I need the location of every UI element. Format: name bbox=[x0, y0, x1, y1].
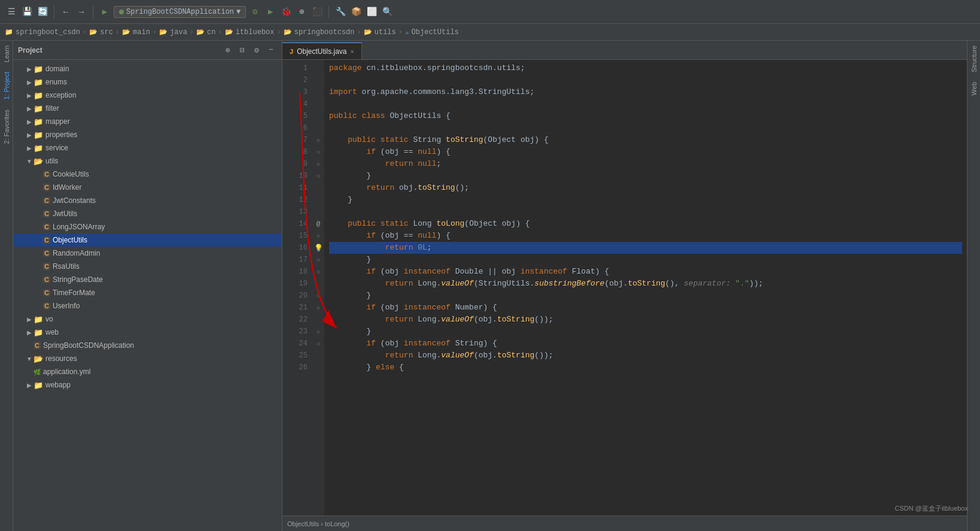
tree-arrow-icon: ▼ bbox=[25, 158, 34, 165]
close-panel-icon[interactable]: − bbox=[265, 44, 277, 56]
menu-icon[interactable]: ☰ bbox=[5, 5, 18, 19]
tree-item-jwtconstants[interactable]: CJwtConstants bbox=[13, 194, 282, 207]
java-icon: 📂 bbox=[159, 28, 168, 36]
tree-item-label: IdWorker bbox=[53, 183, 81, 192]
window-icon[interactable]: ⬜ bbox=[365, 5, 378, 19]
code-token bbox=[409, 134, 413, 146]
code-token bbox=[329, 242, 385, 254]
save-icon[interactable]: 💾 bbox=[20, 5, 34, 19]
tree-item-web[interactable]: ▶📁web bbox=[13, 326, 282, 339]
add-icon[interactable]: ⊕ bbox=[222, 44, 234, 56]
breadcrumb: 📁 springboot_csdn › 📂 src › 📂 main › 📂 j… bbox=[0, 24, 980, 41]
code-token: ( bbox=[474, 278, 479, 290]
tree-item-idworker[interactable]: CIdWorker bbox=[13, 181, 282, 194]
stop-icon[interactable]: ⬛ bbox=[311, 5, 324, 19]
tree-item-service[interactable]: ▶📁service bbox=[13, 141, 282, 154]
code-token: (obj. bbox=[474, 350, 497, 362]
code-editor[interactable]: 1234567891011121314151617181920212223242… bbox=[282, 60, 967, 515]
tree-item-filter[interactable]: ▶📁filter bbox=[13, 102, 282, 115]
tree-item-exception[interactable]: ▶📁exception bbox=[13, 89, 282, 102]
search-icon[interactable]: 🔍 bbox=[381, 5, 394, 19]
code-area[interactable]: package cn.itbluebox.springbootcsdn.util… bbox=[324, 60, 967, 515]
tree-item-cookieutils[interactable]: CCookieUtils bbox=[13, 168, 282, 181]
tree-item-label: LongJSONArray bbox=[53, 223, 105, 231]
code-token: ObjectUtils bbox=[389, 110, 441, 122]
bc-main[interactable]: main bbox=[133, 28, 150, 37]
settings-icon[interactable]: 🔧 bbox=[334, 5, 347, 19]
bc-springbootcsdn[interactable]: springbootcsdn bbox=[294, 28, 355, 37]
java-class-icon: C bbox=[43, 302, 50, 310]
objectutils-tab[interactable]: J ObjectUtils.java × bbox=[282, 43, 362, 59]
rerun-icon[interactable]: ▶ bbox=[98, 5, 111, 19]
line-number: 3 bbox=[282, 86, 308, 98]
sdk-icon[interactable]: 📦 bbox=[349, 5, 363, 19]
bc-project[interactable]: springboot_csdn bbox=[16, 28, 80, 37]
tree-item-objectutils[interactable]: CObjectUtils bbox=[13, 233, 282, 247]
bc-java[interactable]: java bbox=[170, 28, 187, 37]
code-token: import bbox=[329, 86, 357, 98]
bc-objectutils[interactable]: ObjectUtils bbox=[412, 28, 459, 37]
tree-item-randomadmin[interactable]: CRandomAdmin bbox=[13, 247, 282, 260]
sep: › bbox=[277, 28, 281, 37]
bc-utils[interactable]: utils bbox=[375, 28, 396, 37]
tree-item-longjsonarray[interactable]: CLongJSONArray bbox=[13, 220, 282, 233]
code-token: public bbox=[348, 134, 376, 146]
back-icon[interactable]: ← bbox=[59, 5, 72, 19]
bc-cn[interactable]: cn bbox=[207, 28, 215, 37]
code-token: obj) { bbox=[497, 218, 530, 230]
web-tab[interactable]: Web bbox=[969, 77, 979, 100]
project-tab[interactable]: 1: Project bbox=[1, 67, 12, 104]
sync-icon[interactable]: 🔄 bbox=[36, 5, 49, 19]
tree-item-userinfo[interactable]: CUserInfo bbox=[13, 299, 282, 312]
tree-item-vo[interactable]: ▶📁vo bbox=[13, 312, 282, 326]
tree-item-domain[interactable]: ▶📁domain bbox=[13, 62, 282, 75]
tab-close-icon[interactable]: × bbox=[351, 48, 354, 55]
code-token: } bbox=[329, 194, 352, 206]
favorites-tab[interactable]: 2: Favorites bbox=[1, 105, 12, 148]
folder-icon: 📁 bbox=[34, 328, 43, 337]
run-icon[interactable]: ▶ bbox=[264, 5, 277, 19]
tree-item-label: TimeForMate bbox=[53, 289, 95, 297]
tree-item-jwtutils[interactable]: CJwtUtils bbox=[13, 207, 282, 220]
learn-tab[interactable]: Learn bbox=[1, 41, 12, 67]
code-token: toString bbox=[446, 134, 483, 146]
tree-item-utils[interactable]: ▼📂utils bbox=[13, 154, 282, 168]
tree-item-properties[interactable]: ▶📁properties bbox=[13, 128, 282, 141]
tab-java-icon: J bbox=[290, 48, 293, 55]
code-token: null bbox=[418, 146, 436, 158]
bc-src[interactable]: src bbox=[100, 28, 113, 37]
run-config[interactable]: SpringBootCSDNApplication ▼ bbox=[114, 6, 246, 18]
gear-icon[interactable]: ⚙ bbox=[251, 44, 263, 56]
project-title: Project bbox=[18, 46, 220, 54]
collapse-icon[interactable]: ⊟ bbox=[236, 44, 248, 56]
coverage-icon[interactable]: ⊕ bbox=[295, 5, 308, 19]
line-number: 4 bbox=[282, 98, 308, 110]
tree-item-label: service bbox=[45, 144, 68, 152]
tree-item-timeformate[interactable]: CTimeForMate bbox=[13, 286, 282, 299]
tree-item-webapp[interactable]: ▶📁webapp bbox=[13, 378, 282, 392]
tree-item-mapper[interactable]: ▶📁mapper bbox=[13, 115, 282, 128]
build-icon[interactable]: ⚙ bbox=[248, 5, 261, 19]
bc-itbluebox[interactable]: itbluebox bbox=[236, 28, 275, 37]
tree-item-label: enums bbox=[45, 78, 67, 86]
code-token: null bbox=[418, 230, 436, 242]
code-line: return Long.valueOf(StringUtils.substrin… bbox=[329, 278, 962, 290]
tree-item-application.yml[interactable]: 🌿application.yml bbox=[13, 365, 282, 378]
code-line: if (obj == null) { bbox=[329, 230, 962, 242]
structure-tab[interactable]: Structure bbox=[969, 41, 979, 77]
run-config-label: SpringBootCSDNApplication bbox=[126, 8, 234, 16]
line-number: 2 bbox=[282, 74, 308, 86]
forward-icon[interactable]: → bbox=[75, 5, 88, 19]
tree-item-resources[interactable]: ▼📂resources bbox=[13, 352, 282, 365]
code-token: cn.itbluebox.springbootcsdn.utils; bbox=[362, 62, 525, 74]
bottom-breadcrumb: ObjectUtils › toLong() bbox=[287, 520, 349, 527]
tree-item-stringpasedate[interactable]: CStringPaseDate bbox=[13, 273, 282, 286]
breakpoint-area: ◇ bbox=[316, 304, 320, 311]
folder-icon: 📁 bbox=[34, 91, 43, 100]
debug-icon[interactable]: 🐞 bbox=[279, 5, 293, 19]
tree-item-springbootcsdnapplication[interactable]: CSpringBootCSDNApplication bbox=[13, 339, 282, 352]
sep2 bbox=[93, 5, 93, 19]
tree-item-rsautils[interactable]: CRsaUtils bbox=[13, 260, 282, 273]
code-token: separator: bbox=[684, 278, 731, 290]
tree-item-enums[interactable]: ▶📁enums bbox=[13, 75, 282, 89]
